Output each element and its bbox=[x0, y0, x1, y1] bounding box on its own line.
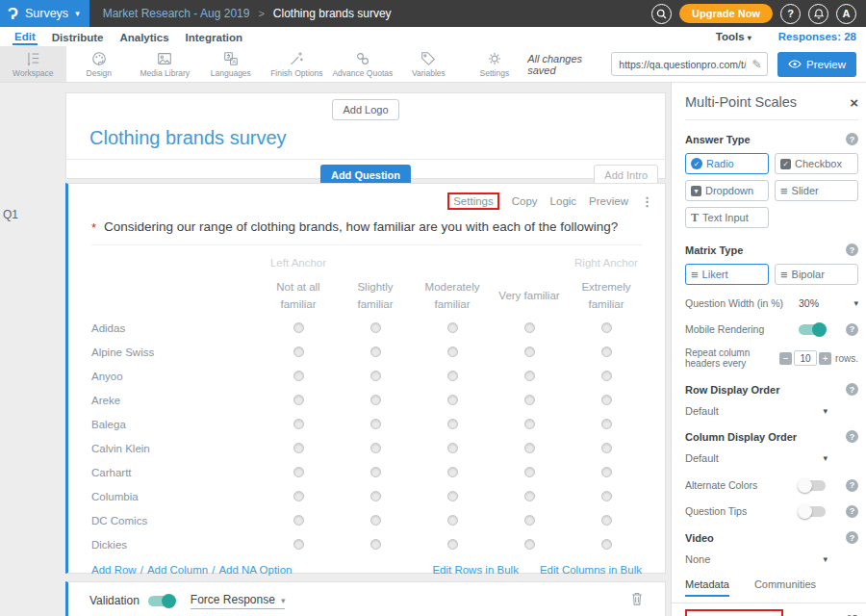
chevron-down-icon[interactable]: ▾ bbox=[853, 298, 858, 308]
toolbar-item-design[interactable]: Design bbox=[66, 46, 133, 82]
answer-type-dropdown[interactable]: ▾Dropdown bbox=[685, 180, 769, 201]
radio-option[interactable] bbox=[293, 346, 304, 357]
radio-option[interactable] bbox=[293, 491, 304, 501]
preview-button[interactable]: Preview bbox=[777, 52, 856, 77]
radio-option[interactable] bbox=[447, 443, 458, 453]
radio-option[interactable] bbox=[524, 371, 535, 381]
radio-option[interactable] bbox=[524, 515, 535, 526]
responses-count[interactable]: Responses: 28 bbox=[778, 31, 856, 42]
radio-option[interactable] bbox=[293, 371, 304, 381]
nav-tab-integration[interactable]: Integration bbox=[184, 30, 244, 44]
tools-menu[interactable]: Tools ▾ bbox=[716, 31, 751, 42]
radio-option[interactable] bbox=[601, 419, 612, 429]
help-icon[interactable]: ? bbox=[846, 244, 858, 256]
notifications-button[interactable] bbox=[808, 4, 828, 24]
toolbar-item-settings[interactable]: Settings bbox=[462, 46, 528, 82]
row-label[interactable]: Dickies bbox=[91, 539, 260, 551]
video-select[interactable]: None▾ bbox=[685, 553, 828, 565]
answer-type-radio[interactable]: ✓Radio bbox=[685, 153, 769, 174]
row-label[interactable]: Carhartt bbox=[91, 467, 260, 478]
tab-communities[interactable]: Communities bbox=[754, 578, 816, 597]
app-logo-menu[interactable]: Ɂ Surveys ▾ bbox=[0, 0, 89, 27]
radio-option[interactable] bbox=[447, 515, 458, 526]
toolbar-item-variables[interactable]: Variables bbox=[395, 46, 462, 82]
radio-option[interactable] bbox=[293, 322, 304, 333]
radio-option[interactable] bbox=[370, 395, 381, 405]
help-icon[interactable]: ? bbox=[846, 479, 858, 492]
radio-option[interactable] bbox=[601, 371, 612, 381]
toolbar-item-finish-options[interactable]: Finish Options bbox=[264, 46, 330, 82]
help-icon[interactable]: ? bbox=[846, 133, 858, 145]
radio-option[interactable] bbox=[370, 467, 381, 477]
radio-option[interactable] bbox=[293, 443, 304, 453]
row-label[interactable]: Anyoo bbox=[91, 371, 260, 382]
question-width-value[interactable]: 30% bbox=[799, 297, 819, 309]
add-logo-button[interactable]: Add Logo bbox=[332, 99, 398, 120]
radio-option[interactable] bbox=[447, 371, 458, 381]
column-header[interactable]: Moderately familiar bbox=[414, 279, 491, 314]
delete-question-button[interactable] bbox=[630, 591, 644, 610]
add-row-link[interactable]: Add Row bbox=[91, 564, 137, 576]
radio-option[interactable] bbox=[601, 443, 612, 453]
preview-action[interactable]: Preview bbox=[589, 195, 628, 207]
survey-title[interactable]: Clothing brands survey bbox=[66, 127, 665, 149]
tab-metadata[interactable]: Metadata bbox=[685, 578, 729, 597]
radio-option[interactable] bbox=[447, 491, 458, 501]
toolbar-item-languages[interactable]: A Languages bbox=[198, 46, 265, 82]
add-na-option-link[interactable]: Add NA Option bbox=[218, 564, 292, 576]
radio-option[interactable] bbox=[370, 322, 381, 333]
help-icon[interactable]: ? bbox=[846, 383, 858, 396]
row-label[interactable]: DC Comics bbox=[91, 515, 260, 526]
upgrade-now-button[interactable]: Upgrade Now bbox=[679, 4, 773, 23]
close-icon[interactable]: × bbox=[850, 95, 858, 110]
answer-type-checkbox[interactable]: ✓Checkbox bbox=[775, 153, 858, 174]
radio-option[interactable] bbox=[601, 395, 612, 405]
nav-tab-distribute[interactable]: Distribute bbox=[50, 30, 106, 44]
matrix-type-bipolar[interactable]: ≡Bipolar bbox=[775, 264, 858, 285]
column-header[interactable]: Slightly familiar bbox=[337, 279, 414, 314]
matrix-type-likert[interactable]: ≡Likert bbox=[685, 264, 769, 285]
radio-option[interactable] bbox=[524, 491, 535, 501]
avatar[interactable]: A bbox=[836, 4, 856, 24]
radio-option[interactable] bbox=[370, 346, 381, 357]
copy-action[interactable]: Copy bbox=[512, 195, 538, 207]
radio-option[interactable] bbox=[293, 395, 304, 405]
row-label[interactable]: Alpine Swiss bbox=[91, 346, 260, 358]
left-anchor-placeholder[interactable]: Left Anchor bbox=[260, 257, 337, 269]
radio-option[interactable] bbox=[293, 539, 304, 550]
row-label[interactable]: Adidas bbox=[91, 322, 260, 334]
column-header[interactable]: Very familiar bbox=[491, 288, 568, 305]
radio-option[interactable] bbox=[601, 322, 612, 333]
radio-option[interactable] bbox=[524, 419, 535, 429]
radio-option[interactable] bbox=[601, 539, 612, 550]
radio-option[interactable] bbox=[447, 539, 458, 550]
search-button[interactable] bbox=[651, 4, 672, 24]
kebab-menu-icon[interactable]: ⋮ bbox=[641, 194, 653, 209]
radio-option[interactable] bbox=[601, 515, 612, 526]
nav-tab-analytics[interactable]: Analytics bbox=[117, 30, 170, 44]
mobile-rendering-toggle[interactable] bbox=[799, 324, 826, 335]
report-label-input[interactable] bbox=[685, 609, 783, 616]
radio-option[interactable] bbox=[447, 419, 458, 429]
help-icon[interactable]: ? bbox=[846, 430, 858, 443]
row-label[interactable]: Columbia bbox=[91, 491, 260, 502]
answer-type-text-input[interactable]: TText Input bbox=[685, 207, 769, 228]
help-icon[interactable]: ? bbox=[846, 505, 858, 518]
radio-option[interactable] bbox=[524, 467, 535, 477]
toolbar-item-advance-quotas[interactable]: Advance Quotas bbox=[330, 46, 396, 82]
breadcrumb-parent[interactable]: Market Research - Aug 2019 bbox=[103, 7, 250, 20]
question-text[interactable]: Considering our range of clothing brands… bbox=[104, 219, 618, 234]
right-anchor-placeholder[interactable]: Right Anchor bbox=[568, 257, 645, 269]
radio-option[interactable] bbox=[370, 539, 381, 550]
settings-action-annotated[interactable]: Settings bbox=[447, 192, 499, 210]
answer-type-slider[interactable]: ≡Slider bbox=[775, 180, 858, 201]
column-header[interactable]: Not at all familiar bbox=[260, 279, 337, 314]
radio-option[interactable] bbox=[524, 443, 535, 453]
radio-option[interactable] bbox=[447, 346, 458, 357]
nav-tab-edit[interactable]: Edit bbox=[13, 29, 38, 45]
toolbar-item-workspace[interactable]: Workspace bbox=[0, 46, 66, 82]
radio-option[interactable] bbox=[447, 467, 458, 477]
radio-option[interactable] bbox=[370, 371, 381, 381]
edit-url-pencil-icon[interactable]: ✎ bbox=[746, 58, 767, 71]
radio-option[interactable] bbox=[293, 419, 304, 429]
